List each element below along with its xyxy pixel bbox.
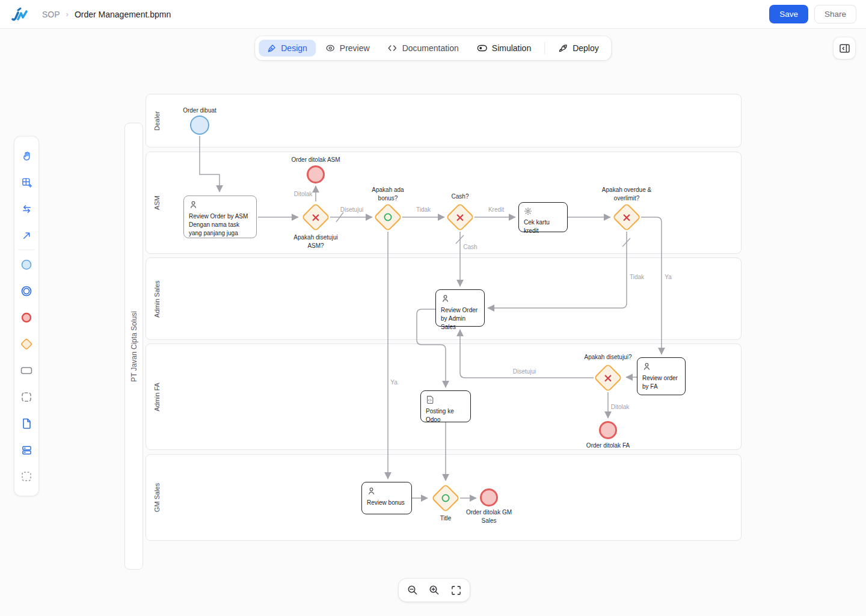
pool-label: PT Javan Cipta Solusi bbox=[130, 311, 138, 382]
tab-divider bbox=[544, 42, 545, 54]
tab-deploy-label: Deploy bbox=[573, 43, 599, 53]
task-posting-ke-odoo[interactable]: Posting ke Odoo bbox=[420, 390, 471, 422]
tab-preview[interactable]: Preview bbox=[317, 40, 378, 57]
lane-admin-fa-label: Admin FA bbox=[153, 383, 161, 411]
document-icon bbox=[22, 418, 32, 430]
subprocess-icon bbox=[21, 392, 32, 402]
task-label: Review Order by Admin Sales bbox=[441, 306, 479, 331]
fit-screen-icon bbox=[451, 585, 461, 596]
lane-dealer-label: Dealer bbox=[153, 111, 161, 130]
share-button[interactable]: Share bbox=[814, 5, 856, 23]
data-store-tool-button[interactable] bbox=[17, 437, 36, 463]
eye-icon bbox=[325, 43, 335, 53]
group-dashed-icon bbox=[21, 471, 32, 482]
tab-simulation-label: Simulation bbox=[492, 43, 531, 53]
x-mark-icon bbox=[604, 374, 613, 383]
user-icon bbox=[642, 362, 651, 371]
tab-documentation[interactable]: Documentation bbox=[379, 40, 467, 57]
tab-deploy[interactable]: Deploy bbox=[550, 40, 607, 57]
panel-collapse-icon bbox=[840, 44, 850, 53]
task-label: Cek kartu kredit bbox=[524, 218, 562, 235]
intermediate-event-icon bbox=[20, 285, 32, 297]
swap-arrows-icon bbox=[21, 203, 32, 215]
task-review-bonus[interactable]: Review bonus bbox=[361, 482, 412, 514]
o-mark-icon bbox=[383, 212, 393, 222]
arrow-up-right-icon bbox=[22, 230, 32, 241]
gear-icon bbox=[524, 207, 532, 215]
rocket-icon bbox=[558, 43, 568, 53]
start-event-order-dibuat[interactable] bbox=[190, 116, 209, 135]
right-panel-toggle-button[interactable] bbox=[834, 37, 855, 59]
breadcrumb-file-name: Order Management.bpmn bbox=[75, 10, 171, 19]
zoom-in-button[interactable] bbox=[426, 582, 442, 598]
x-mark-icon bbox=[622, 213, 631, 222]
group-select-tool-button[interactable] bbox=[17, 463, 36, 490]
user-icon bbox=[441, 294, 450, 303]
task-review-order-fa[interactable]: Review order by FA bbox=[637, 357, 686, 395]
end-event-order-ditolak-asm[interactable] bbox=[307, 165, 325, 183]
tab-preview-label: Preview bbox=[340, 43, 370, 53]
subprocess-tool-button[interactable] bbox=[17, 384, 36, 410]
gateway-icon bbox=[20, 337, 33, 351]
lane-asm-label: ASM bbox=[153, 196, 161, 210]
task-review-order-asm[interactable]: Review Order by ASM Dengan nama task yan… bbox=[183, 196, 257, 238]
toggle-icon bbox=[477, 44, 487, 52]
code-icon bbox=[388, 44, 398, 52]
lane-gm-sales-label: GM Sales bbox=[153, 483, 161, 512]
zoom-controls bbox=[399, 579, 470, 602]
end-event-tool-button[interactable] bbox=[17, 304, 36, 331]
task-label: Posting ke Odoo bbox=[426, 407, 465, 424]
user-icon bbox=[189, 200, 198, 209]
zoom-out-icon bbox=[407, 585, 418, 596]
end-event-order-ditolak-fa[interactable] bbox=[599, 421, 617, 439]
o-mark-icon bbox=[441, 493, 450, 503]
fit-screen-button[interactable] bbox=[448, 582, 464, 598]
task-review-order-admin-sales[interactable]: Review Order by Admin Sales bbox=[435, 289, 485, 327]
shape-toolbox bbox=[14, 137, 38, 496]
task-tool-button[interactable] bbox=[17, 357, 36, 384]
end-event-order-ditolak-gm[interactable] bbox=[480, 488, 498, 507]
task-cek-kartu-kredit[interactable]: Cek kartu kredit bbox=[518, 202, 568, 232]
app-header: SOP › Order Management.bpmn Save Share bbox=[0, 0, 866, 29]
start-event-tool-button[interactable] bbox=[17, 251, 36, 278]
toolbox-divider bbox=[19, 250, 34, 250]
save-button[interactable]: Save bbox=[769, 5, 808, 23]
swap-connection-button[interactable] bbox=[17, 196, 36, 222]
connector-tool-button[interactable] bbox=[17, 222, 36, 248]
mode-tabbar: Design Preview Documentation Simulation … bbox=[255, 36, 611, 60]
hand-icon bbox=[21, 150, 32, 162]
data-store-icon bbox=[21, 445, 32, 456]
chevron-right-icon: › bbox=[66, 10, 69, 19]
design-pen-icon bbox=[267, 44, 276, 53]
task-label: Review bonus bbox=[367, 499, 407, 507]
end-event-icon bbox=[20, 312, 32, 324]
code-file-icon bbox=[426, 395, 434, 404]
lane-grid-plus-icon bbox=[21, 177, 32, 188]
user-icon bbox=[367, 487, 376, 496]
tab-simulation[interactable]: Simulation bbox=[468, 40, 539, 57]
intermediate-event-tool-button[interactable] bbox=[17, 278, 36, 304]
diagram-canvas[interactable]: PT Javan Cipta Solusi Dealer ASM Admin S… bbox=[0, 29, 866, 616]
start-event-icon bbox=[20, 259, 32, 271]
task-icon bbox=[20, 366, 32, 375]
document-tool-button[interactable] bbox=[17, 410, 36, 437]
gateway-tool-button[interactable] bbox=[17, 331, 36, 357]
breadcrumb-section[interactable]: SOP bbox=[42, 10, 60, 19]
tab-design[interactable]: Design bbox=[259, 40, 316, 57]
add-lane-button[interactable] bbox=[17, 169, 36, 196]
pan-tool-button[interactable] bbox=[17, 143, 36, 169]
app-logo-icon bbox=[10, 6, 34, 23]
task-label: Review order by FA bbox=[642, 374, 680, 391]
tab-design-label: Design bbox=[281, 43, 307, 53]
pool-pt-javan[interactable]: PT Javan Cipta Solusi bbox=[124, 123, 143, 570]
lane-admin-sales-label: Admin Sales bbox=[153, 280, 161, 318]
x-mark-icon bbox=[312, 213, 321, 222]
x-mark-icon bbox=[456, 213, 465, 222]
zoom-out-button[interactable] bbox=[405, 582, 420, 598]
task-label: Review Order by ASM Dengan nama task yan… bbox=[189, 212, 251, 238]
lane-dealer[interactable]: Dealer bbox=[146, 94, 742, 147]
zoom-in-icon bbox=[429, 585, 440, 596]
breadcrumb: SOP › Order Management.bpmn bbox=[42, 10, 171, 19]
tab-documentation-label: Documentation bbox=[402, 43, 459, 53]
